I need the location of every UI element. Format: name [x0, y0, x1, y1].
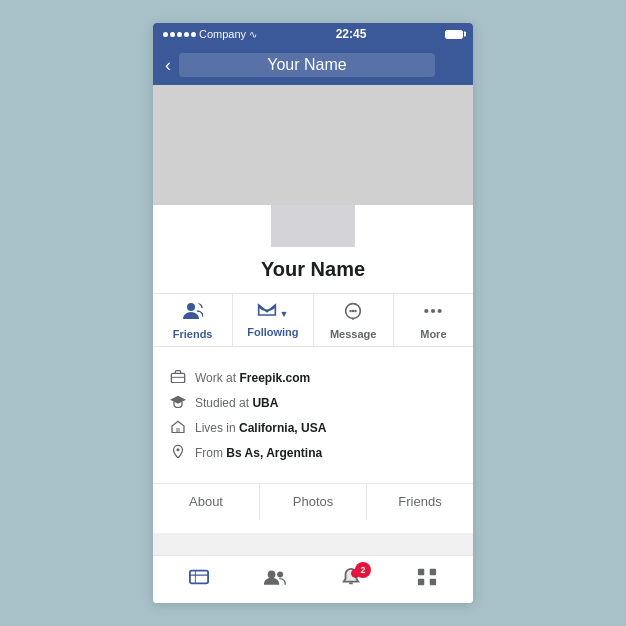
bio-study-text: Studied at UBA — [195, 396, 278, 410]
following-icon-group: ▼ — [257, 302, 288, 326]
status-time: 22:45 — [336, 27, 367, 41]
signal-dot-5 — [191, 32, 196, 37]
bio-work-text: Work at Freepik.com — [195, 371, 310, 385]
sub-nav: About Photos Friends — [153, 483, 473, 521]
bottom-notifications-button[interactable]: 2 — [313, 556, 389, 603]
following-icon — [257, 302, 277, 323]
bio-from-text: From Bs As, Argentina — [195, 446, 322, 460]
svg-point-7 — [438, 309, 442, 313]
dropdown-arrow: ▼ — [279, 309, 288, 319]
message-label: Message — [330, 328, 376, 340]
message-button[interactable]: Message — [314, 294, 393, 346]
friends-button[interactable]: Friends — [153, 294, 232, 346]
status-right — [445, 30, 463, 39]
action-buttons: Friends ▼ Following — [153, 293, 473, 347]
status-bar: Company ∿ 22:45 — [153, 23, 473, 45]
wifi-icon: ∿ — [249, 29, 257, 40]
svg-rect-21 — [430, 569, 436, 575]
back-button[interactable]: ‹ — [165, 55, 171, 76]
bio-study: Studied at UBA — [169, 390, 457, 415]
friends-icon — [183, 302, 203, 325]
svg-rect-22 — [418, 579, 424, 585]
svg-rect-11 — [176, 428, 180, 433]
more-button[interactable]: More — [394, 294, 473, 346]
bottom-home-button[interactable] — [161, 556, 237, 603]
battery-icon — [445, 30, 463, 39]
svg-point-3 — [352, 310, 354, 312]
following-button[interactable]: ▼ Following — [233, 294, 312, 346]
profile-name: Your Name — [261, 258, 365, 281]
home-nav-icon — [188, 567, 210, 592]
svg-rect-23 — [430, 579, 436, 585]
signal-dots — [163, 32, 196, 37]
subnav-photos[interactable]: Photos — [260, 484, 367, 521]
svg-point-6 — [431, 309, 435, 313]
svg-rect-13 — [190, 571, 208, 584]
phone-frame: Company ∿ 22:45 ‹ Your Name Your Name — [153, 23, 473, 603]
bio-lives-text: Lives in California, USA — [195, 421, 326, 435]
bio-from: From Bs As, Argentina — [169, 440, 457, 465]
bottom-nav: 2 — [153, 555, 473, 603]
status-left: Company ∿ — [163, 28, 257, 40]
signal-dot-4 — [184, 32, 189, 37]
svg-point-12 — [176, 448, 179, 451]
svg-point-4 — [354, 310, 356, 312]
following-label: Following — [247, 326, 298, 338]
more-label: More — [420, 328, 446, 340]
location-icon — [169, 444, 187, 461]
signal-dot-3 — [177, 32, 182, 37]
svg-point-0 — [187, 303, 195, 311]
svg-point-2 — [349, 310, 351, 312]
svg-marker-10 — [170, 396, 186, 404]
subnav-about[interactable]: About — [153, 484, 260, 521]
message-icon — [343, 302, 363, 325]
svg-point-5 — [425, 309, 429, 313]
nav-title: Your Name — [179, 53, 435, 77]
battery-fill — [446, 31, 462, 38]
bio-section: Work at Freepik.com Studied at UBA — [153, 355, 473, 475]
notification-badge: 2 — [355, 562, 371, 578]
more-icon — [423, 302, 443, 325]
nav-bar: ‹ Your Name — [153, 45, 473, 85]
svg-point-16 — [268, 571, 276, 579]
svg-point-17 — [277, 571, 283, 577]
svg-rect-8 — [171, 373, 184, 382]
cover-photo — [153, 85, 473, 205]
bio-lives: Lives in California, USA — [169, 415, 457, 440]
friends-label: Friends — [173, 328, 213, 340]
home-icon — [169, 419, 187, 436]
signal-dot-2 — [170, 32, 175, 37]
study-icon — [169, 394, 187, 411]
bio-work: Work at Freepik.com — [169, 365, 457, 390]
signal-dot-1 — [163, 32, 168, 37]
svg-rect-20 — [418, 569, 424, 575]
bottom-menu-button[interactable] — [389, 556, 465, 603]
profile-area: Your Name Friends — [153, 205, 473, 533]
carrier-label: Company — [199, 28, 246, 40]
grid-nav-icon — [416, 567, 438, 592]
bottom-friends-button[interactable] — [237, 556, 313, 603]
work-icon — [169, 369, 187, 386]
subnav-friends[interactable]: Friends — [367, 484, 473, 521]
friends-nav-icon — [263, 567, 287, 592]
